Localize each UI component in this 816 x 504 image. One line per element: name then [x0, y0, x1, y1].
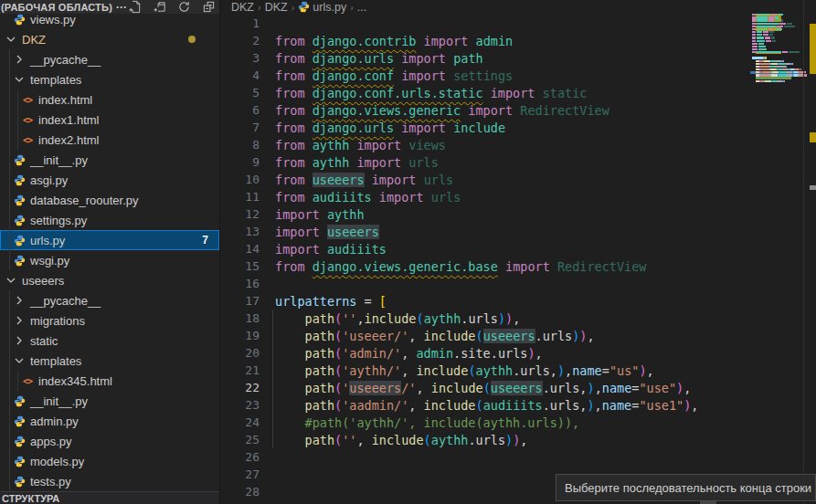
breadcrumb-item[interactable]: ... [357, 1, 366, 14]
line-number[interactable]: 26 [220, 450, 268, 464]
line-number[interactable]: 24 [220, 415, 268, 429]
code-line-18[interactable]: 18 path('',include(aythh.urls)), [220, 310, 816, 327]
breadcrumb-item[interactable]: DKZ [231, 1, 254, 14]
tree-item-urls.py[interactable]: urls.py7 [0, 230, 219, 250]
tree-item-__init__.py[interactable]: __init__.py [0, 150, 219, 170]
minimap-line [750, 54, 803, 56]
line-number[interactable]: 20 [220, 346, 268, 360]
line-number[interactable]: 3 [220, 51, 268, 65]
code-line-20[interactable]: 20 path('admin/', admin.site.urls), [220, 344, 816, 362]
more-actions-button[interactable]: ··· [116, 5, 127, 10]
code-line-23[interactable]: 23 path('aadmin/', include(audiiits.urls… [220, 396, 816, 414]
new-folder-icon[interactable] [152, 0, 166, 15]
line-number[interactable]: 6 [220, 103, 268, 117]
code-line-26[interactable]: 26 [220, 448, 816, 466]
chevron-down-icon[interactable] [12, 353, 26, 368]
chevron-down-icon[interactable] [4, 273, 18, 288]
code-line-24[interactable]: 24 #path('aythh/', include(aythh.urls)), [220, 414, 816, 431]
new-file-icon[interactable] [127, 0, 142, 15]
chevron-right-icon[interactable] [12, 313, 26, 328]
tree-item-settings.py[interactable]: settings.py [0, 210, 219, 230]
line-number[interactable]: 2 [220, 34, 268, 47]
code-line-1[interactable]: 1 [220, 15, 816, 32]
code-line-3[interactable]: 3from django.urls import path [220, 49, 816, 67]
tree-item-wsgi.py[interactable]: wsgi.py [0, 250, 219, 270]
code-line-10[interactable]: 10from useeers import urls [220, 171, 816, 188]
line-number[interactable]: 9 [220, 155, 268, 169]
line-number[interactable]: 10 [220, 173, 268, 186]
tree-item-migrations[interactable]: migrations [0, 310, 219, 331]
line-number[interactable]: 18 [220, 311, 268, 325]
breadcrumb-item[interactable]: DKZ [265, 1, 288, 14]
tree-item-database_roouter.py[interactable]: database_roouter.py [0, 190, 219, 210]
line-number[interactable]: 28 [220, 485, 268, 499]
code-line-12[interactable]: 12import aythh [220, 205, 816, 223]
line-number[interactable]: 25 [220, 433, 268, 446]
line-number[interactable]: 8 [220, 138, 268, 152]
code-line-5[interactable]: 5from django.conf.urls.static import sta… [220, 84, 816, 101]
python-icon [14, 415, 26, 427]
tree-item-static[interactable]: static [0, 331, 219, 351]
code-line-17[interactable]: 17urlpatterns = [ [220, 292, 816, 310]
tree-item-index1.html[interactable]: <>index1.html [0, 110, 219, 130]
code-line-6[interactable]: 6from django.views.generic import Redire… [220, 101, 816, 119]
tree-item-__pycache__[interactable]: __pycache__ [0, 290, 219, 310]
code-line-14[interactable]: 14import audiiits [220, 240, 816, 257]
code-line-13[interactable]: 13import useeers [220, 223, 816, 240]
line-number[interactable]: 5 [220, 86, 268, 100]
collapse-all-icon[interactable] [201, 0, 216, 15]
code-area[interactable]: 12from django.contrib import admin3from … [220, 15, 816, 500]
chevron-right-icon[interactable] [12, 52, 26, 67]
line-number[interactable]: 4 [220, 68, 268, 82]
code-line-4[interactable]: 4from django.conf import settings [220, 67, 816, 84]
chevron-down-icon[interactable] [12, 72, 26, 87]
tree-item-admin.py[interactable]: admin.py [0, 411, 219, 431]
code-token: ( [483, 381, 491, 395]
tree-item-index345.html[interactable]: <>index345.html [0, 371, 219, 391]
line-number[interactable]: 22 [220, 381, 268, 394]
line-number[interactable]: 12 [220, 207, 268, 221]
line-number[interactable]: 13 [220, 225, 268, 238]
minimap[interactable] [750, 11, 803, 130]
code-line-8[interactable]: 8from aythh import views [220, 136, 816, 153]
tree-item-templates[interactable]: templates [0, 351, 219, 371]
breadcrumb-item[interactable]: urls.py [298, 1, 346, 14]
code-line-25[interactable]: 25 path('', include(aythh.urls)), [220, 431, 816, 448]
line-number[interactable]: 1 [220, 16, 268, 30]
tree-item-tests.py[interactable]: tests.py [0, 471, 219, 491]
tree-item-index.html[interactable]: <>index.html [0, 89, 219, 110]
line-number[interactable]: 17 [220, 294, 268, 308]
code-line-21[interactable]: 21 path('aythh/', include(aythh.urls,),n… [220, 362, 816, 379]
tree-item-asgi.py[interactable]: asgi.py [0, 170, 219, 190]
line-number[interactable]: 27 [220, 467, 268, 481]
tree-item-DKZ[interactable]: DKZ [0, 29, 219, 49]
line-number[interactable]: 15 [220, 259, 268, 273]
tree-item-apps.py[interactable]: apps.py [0, 431, 219, 451]
code-line-2[interactable]: 2from django.contrib import admin [220, 32, 816, 49]
code-line-7[interactable]: 7from django.urls import include [220, 119, 816, 136]
code-line-11[interactable]: 11from audiiits import urls [220, 188, 816, 205]
code-line-19[interactable]: 19 path('useeer/', include(useeers.urls)… [220, 327, 816, 344]
tree-item-useeers[interactable]: useeers [0, 270, 219, 290]
code-line-9[interactable]: 9from aythh import urls [220, 153, 816, 171]
line-number[interactable]: 16 [220, 277, 268, 290]
line-number[interactable]: 14 [220, 242, 268, 256]
line-number[interactable]: 7 [220, 121, 268, 134]
code-line-15[interactable]: 15from django.views.generic.base import … [220, 257, 816, 275]
tree-item-__init__.py[interactable]: __init__.py [0, 391, 219, 411]
line-number[interactable]: 21 [220, 363, 268, 377]
chevron-right-icon[interactable] [12, 333, 26, 348]
chevron-down-icon[interactable] [4, 32, 18, 47]
chevron-right-icon[interactable] [12, 293, 26, 308]
line-number[interactable]: 23 [220, 398, 268, 412]
outline-section-header[interactable]: СТРУКТУРА [0, 491, 219, 504]
code-line-16[interactable]: 16 [220, 275, 816, 292]
code-line-22[interactable]: 22 path('useeers/', include(useeers.urls… [220, 379, 816, 396]
tree-item-__pycache__[interactable]: __pycache__ [0, 49, 219, 69]
tree-item-templates[interactable]: templates [0, 69, 219, 89]
tree-item-index2.html[interactable]: <>index2.html [0, 130, 219, 150]
line-number[interactable]: 11 [220, 190, 268, 204]
line-number[interactable]: 19 [220, 329, 268, 342]
refresh-icon[interactable] [176, 0, 191, 15]
tree-item-models.py[interactable]: models.py [0, 451, 219, 471]
